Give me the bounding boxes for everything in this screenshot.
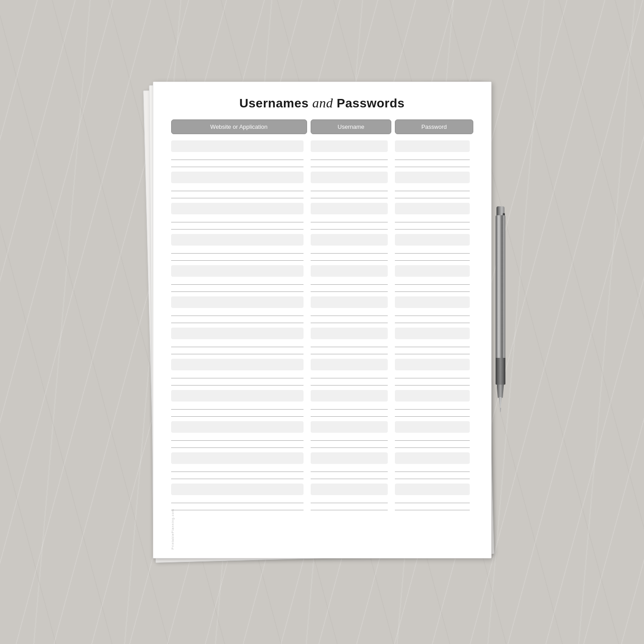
password-line2 xyxy=(395,317,469,323)
pen-tip-lower xyxy=(499,397,502,408)
password-entry-box[interactable] xyxy=(395,172,469,183)
website-entry-box[interactable] xyxy=(171,484,304,495)
username-entry-box[interactable] xyxy=(311,234,388,246)
line-row xyxy=(171,465,473,472)
password-line2 xyxy=(395,223,469,230)
website-line2 xyxy=(171,286,304,292)
website-entry-box[interactable] xyxy=(171,328,304,339)
website-line2 xyxy=(171,504,304,510)
website-line xyxy=(171,435,304,441)
username-line xyxy=(311,403,388,410)
username-line xyxy=(311,341,388,347)
password-entry-box[interactable] xyxy=(395,484,469,495)
website-entry-box[interactable] xyxy=(171,359,304,370)
password-line xyxy=(395,403,469,410)
website-entry-box[interactable] xyxy=(171,203,304,214)
website-entry-box[interactable] xyxy=(171,421,304,433)
password-line xyxy=(395,279,469,285)
website-entry-box[interactable] xyxy=(171,296,304,308)
password-entry-box[interactable] xyxy=(395,234,469,246)
username-entry-box[interactable] xyxy=(311,296,388,308)
password-entry-box[interactable] xyxy=(395,328,469,339)
website-line xyxy=(171,247,304,254)
password-entry-box[interactable] xyxy=(395,140,469,152)
website-line2 xyxy=(171,442,304,448)
username-line2 xyxy=(311,410,388,417)
password-entry-box[interactable] xyxy=(395,265,469,277)
title-and: and xyxy=(312,95,333,110)
pen-tip-upper xyxy=(497,385,504,398)
line-row xyxy=(171,434,473,441)
table-header-row: Website or Application Username Password xyxy=(171,119,473,136)
password-line xyxy=(395,216,469,222)
password-entry-box[interactable] xyxy=(395,452,469,464)
website-line2 xyxy=(171,223,304,230)
username-entry-box[interactable] xyxy=(311,359,388,370)
password-entry-box[interactable] xyxy=(395,203,469,214)
header-password: Password xyxy=(391,119,473,136)
website-line2 xyxy=(171,254,304,261)
username-entry-box[interactable] xyxy=(311,421,388,433)
username-entry-box[interactable] xyxy=(311,172,388,183)
website-line xyxy=(171,185,304,191)
username-line2 xyxy=(311,504,388,510)
pen-illustration xyxy=(496,206,505,411)
line-row xyxy=(171,191,473,201)
table-row xyxy=(171,263,473,278)
username-line2 xyxy=(311,442,388,448)
username-line xyxy=(311,247,388,254)
website-entry-box[interactable] xyxy=(171,234,304,246)
line-row xyxy=(171,160,473,170)
username-entry-box[interactable] xyxy=(311,203,388,214)
username-entry-box[interactable] xyxy=(311,452,388,464)
username-entry-box[interactable] xyxy=(311,265,388,277)
website-entry-box[interactable] xyxy=(171,172,304,183)
table-row xyxy=(171,326,473,340)
line-row xyxy=(171,222,473,232)
website-entry-box[interactable] xyxy=(171,452,304,464)
password-line xyxy=(395,497,469,503)
username-entry-box[interactable] xyxy=(311,484,388,495)
username-line xyxy=(311,372,388,378)
password-line2 xyxy=(395,473,469,479)
password-line xyxy=(395,310,469,316)
line-row xyxy=(171,316,473,326)
password-line2 xyxy=(395,442,469,448)
website-entry-box[interactable] xyxy=(171,265,304,277)
line-row xyxy=(171,285,473,295)
watermark: PrintablePlanning.com xyxy=(171,509,174,550)
line-row xyxy=(171,402,473,410)
username-entry-box[interactable] xyxy=(311,390,388,402)
password-line xyxy=(395,247,469,254)
password-entry-box[interactable] xyxy=(395,390,469,402)
username-line xyxy=(311,185,388,191)
password-entry-box[interactable] xyxy=(395,421,469,433)
password-line2 xyxy=(395,379,469,386)
website-line2 xyxy=(171,192,304,198)
website-line2 xyxy=(171,410,304,417)
header-website: Website or Application xyxy=(171,119,307,136)
password-entry-box[interactable] xyxy=(395,296,469,308)
title-part1: Usernames xyxy=(239,96,308,110)
username-line2 xyxy=(311,192,388,198)
password-line xyxy=(395,341,469,347)
password-line2 xyxy=(395,348,469,354)
username-line xyxy=(311,310,388,316)
table-row xyxy=(171,201,473,215)
website-entry-box[interactable] xyxy=(171,390,304,402)
table-row xyxy=(171,482,473,496)
website-line xyxy=(171,403,304,410)
website-line2 xyxy=(171,473,304,479)
username-entry-box[interactable] xyxy=(311,328,388,339)
line-row xyxy=(171,347,473,357)
username-line xyxy=(311,435,388,441)
username-line2 xyxy=(311,317,388,323)
website-entry-box[interactable] xyxy=(171,140,304,152)
website-line xyxy=(171,497,304,503)
password-entry-box[interactable] xyxy=(395,359,469,370)
website-line2 xyxy=(171,348,304,354)
username-line2 xyxy=(311,161,388,167)
username-line2 xyxy=(311,254,388,261)
line-row xyxy=(171,441,473,451)
username-entry-box[interactable] xyxy=(311,140,388,152)
